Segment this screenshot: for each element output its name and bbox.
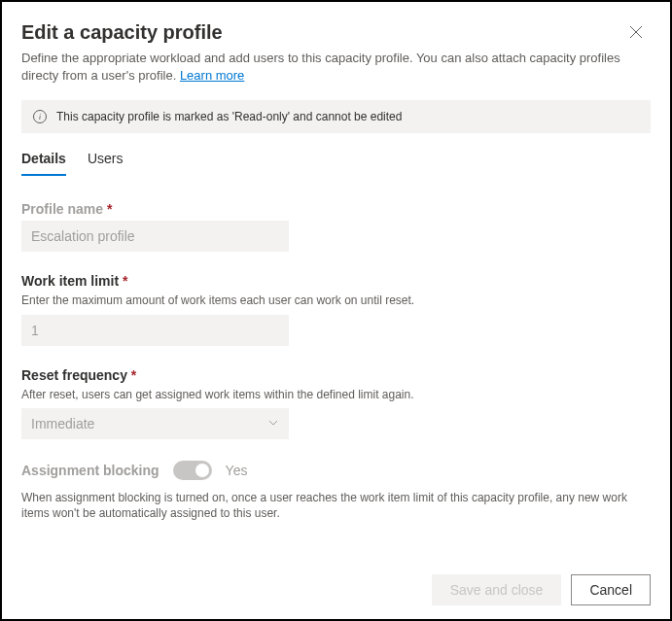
dialog-title: Edit a capacity profile [21, 21, 223, 44]
tabs: Details Users [21, 151, 651, 176]
assignment-blocking-field: Assignment blocking Yes When assignment … [21, 461, 651, 521]
work-item-limit-field: Work item limit * Enter the maximum amou… [21, 273, 651, 345]
dialog-subtitle: Define the appropriate workload and add … [21, 50, 651, 85]
close-icon[interactable] [621, 21, 651, 46]
work-item-limit-label: Work item limit * [21, 273, 651, 289]
profile-name-field: Profile name * [21, 201, 651, 252]
cancel-button[interactable]: Cancel [571, 574, 651, 605]
readonly-banner: i This capacity profile is marked as 'Re… [21, 100, 651, 133]
learn-more-link[interactable]: Learn more [180, 68, 244, 83]
info-icon: i [33, 110, 47, 123]
assignment-blocking-hint: When assignment blocking is turned on, o… [21, 490, 651, 521]
assignment-blocking-state: Yes [226, 463, 248, 478]
dialog-footer: Save and close Cancel [432, 574, 651, 605]
assignment-blocking-label: Assignment blocking [21, 463, 159, 478]
reset-frequency-label: Reset frequency * [21, 367, 651, 383]
reset-frequency-field: Reset frequency * After reset, users can… [21, 367, 651, 439]
tab-details[interactable]: Details [21, 151, 66, 176]
reset-frequency-hint: After reset, users can get assigned work… [21, 387, 651, 402]
tab-users[interactable]: Users [88, 151, 124, 176]
banner-text: This capacity profile is marked as 'Read… [56, 110, 402, 123]
save-and-close-button: Save and close [432, 574, 562, 605]
profile-name-input [21, 221, 289, 252]
work-item-limit-input [21, 315, 289, 346]
work-item-limit-hint: Enter the maximum amount of work items e… [21, 293, 651, 308]
assignment-blocking-toggle [173, 461, 212, 480]
reset-frequency-select [21, 408, 289, 439]
profile-name-label: Profile name * [21, 201, 651, 217]
